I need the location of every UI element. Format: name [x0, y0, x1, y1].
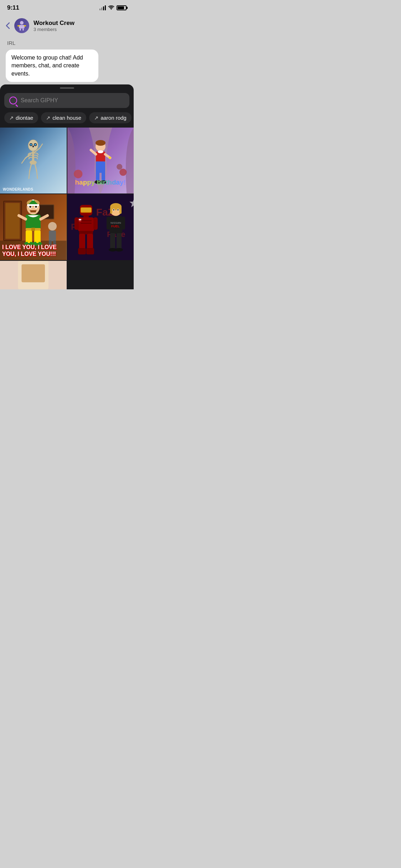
svg-point-30: [30, 160, 37, 165]
svg-rect-23: [32, 148, 33, 150]
gif-cell-3[interactable]: I LOVE YOU, I LOVE YOU, I LOVE YOU!!!: [0, 194, 67, 260]
watermark-1: WONDERLANDS: [3, 187, 34, 191]
svg-rect-116: [110, 233, 115, 249]
svg-point-112: [117, 209, 119, 211]
back-button[interactable]: [6, 22, 10, 29]
svg-point-119: [115, 248, 123, 252]
gif-grid: WONDERLANDS: [0, 128, 134, 289]
svg-line-27: [22, 158, 25, 163]
happy-birthday-text: happy birthday!: [67, 179, 134, 186]
svg-line-32: [29, 171, 30, 179]
svg-rect-67: [31, 228, 35, 231]
svg-point-111: [113, 209, 114, 211]
gif-cell-2[interactable]: happy birthday!: [67, 128, 134, 193]
group-avatar[interactable]: [14, 18, 29, 33]
trending-arrow-icon: ↗: [9, 115, 14, 121]
svg-line-34: [37, 171, 37, 179]
svg-point-20: [35, 144, 36, 145]
status-icons: [99, 5, 127, 10]
giphy-panel: Search GIPHY ↗ diontae ↗ clean house ↗ a…: [0, 84, 134, 289]
svg-point-37: [117, 164, 122, 170]
signal-icon: [99, 5, 106, 10]
svg-point-21: [32, 145, 34, 147]
svg-rect-121: [122, 217, 125, 229]
svg-rect-91: [81, 220, 92, 221]
wifi-icon: [108, 5, 114, 10]
status-time: 9:11: [7, 4, 19, 11]
trending-tag-clean-house[interactable]: ↗ clean house: [41, 112, 86, 123]
trending-tag-aaron[interactable]: ↗ aaron rodg: [89, 112, 132, 123]
svg-rect-77: [49, 231, 56, 241]
svg-rect-3: [24, 25, 26, 26]
search-giphy-icon: [9, 97, 17, 104]
svg-rect-92: [81, 223, 92, 224]
svg-rect-88: [81, 208, 91, 212]
svg-line-31: [30, 164, 31, 171]
trending-label-2: clean house: [52, 115, 81, 121]
svg-point-39: [96, 140, 106, 146]
svg-rect-104: [86, 248, 94, 254]
gif-cell-5[interactable]: [0, 261, 67, 289]
svg-point-74: [27, 240, 30, 243]
svg-rect-24: [34, 148, 35, 150]
header-info: Workout Crew 3 members: [34, 20, 128, 32]
svg-rect-103: [78, 248, 86, 254]
trending-arrow-icon-2: ↗: [46, 115, 50, 121]
svg-rect-124: [21, 264, 45, 282]
svg-line-33: [35, 164, 37, 171]
svg-point-36: [119, 169, 127, 176]
svg-rect-5: [22, 29, 24, 31]
svg-rect-1: [19, 25, 25, 29]
svg-rect-108: [119, 207, 122, 214]
svg-rect-102: [87, 234, 93, 250]
welcome-message: Welcome to group chat! Add members, chat…: [6, 50, 98, 82]
svg-rect-22: [31, 148, 32, 150]
love-text: I LOVE YOU, I LOVE YOU, I LOVE YOU!!!: [2, 244, 65, 257]
svg-line-47: [91, 150, 96, 154]
trending-label-3: aaron rodg: [101, 115, 127, 121]
svg-point-35: [74, 170, 82, 178]
svg-rect-120: [107, 217, 110, 229]
trending-label: diontae: [16, 115, 33, 121]
svg-text:NISSAN: NISSAN: [110, 221, 121, 224]
svg-line-29: [40, 144, 42, 148]
svg-rect-42: [96, 161, 105, 173]
chat-header: Workout Crew 3 members: [0, 16, 134, 36]
gif-cell-4[interactable]: FaZe FaZe FaZe: [67, 194, 134, 260]
svg-line-70: [19, 216, 26, 219]
group-name: Workout Crew: [34, 20, 128, 27]
svg-rect-61: [30, 210, 36, 212]
search-bar[interactable]: Search GIPHY: [4, 93, 129, 108]
panel-handle: [60, 87, 74, 89]
svg-point-75: [36, 240, 39, 243]
svg-text:FUEL: FUEL: [111, 224, 120, 228]
trending-tag-diontae[interactable]: ↗ diontae: [4, 112, 38, 123]
trending-arrow-icon-3: ↗: [94, 115, 98, 121]
svg-rect-117: [117, 233, 122, 249]
search-placeholder[interactable]: Search GIPHY: [21, 97, 58, 104]
svg-rect-98: [74, 217, 79, 230]
svg-rect-107: [110, 207, 112, 214]
svg-point-76: [48, 222, 57, 231]
group-members: 3 members: [34, 27, 128, 32]
svg-rect-4: [20, 29, 21, 31]
battery-icon: [117, 5, 127, 10]
status-bar: 9:11: [0, 0, 134, 16]
svg-rect-99: [93, 217, 98, 230]
svg-rect-2: [17, 25, 20, 26]
svg-point-41: [98, 150, 103, 153]
svg-rect-89: [83, 215, 89, 218]
gif-cell-1[interactable]: WONDERLANDS: [0, 128, 67, 193]
svg-rect-63: [27, 204, 39, 206]
svg-point-0: [20, 21, 24, 25]
system-message: IRL: [6, 40, 128, 46]
svg-rect-101: [79, 234, 85, 250]
svg-line-71: [41, 216, 47, 219]
svg-point-19: [30, 144, 32, 145]
trending-tags: ↗ diontae ↗ clean house ↗ aaron rodg: [0, 112, 134, 128]
